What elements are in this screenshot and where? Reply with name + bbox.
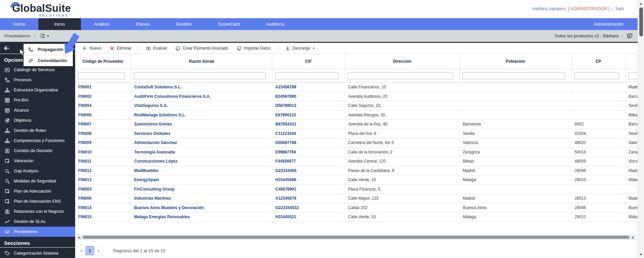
cell-codigo-de-proveedor[interactable]: FIN012	[75, 166, 131, 175]
pagination-next-button[interactable]: »	[94, 246, 102, 255]
cell-razon-social[interactable]: Industrias Martínez	[131, 194, 272, 203]
toolbar-descarga-button[interactable]: Descarga▾	[282, 46, 318, 51]
cell-cif[interactable]: B87654321	[272, 120, 345, 129]
column-header-cp[interactable]: CP	[572, 54, 625, 69]
cell-cif[interactable]: C11223344	[272, 129, 345, 138]
cell-razon-social[interactable]: EnergySpain	[131, 175, 272, 184]
filter-input-direccion[interactable]	[348, 72, 453, 79]
cell-codigo-de-proveedor[interactable]: FIN005	[75, 111, 131, 120]
sidebar-item-estructura-organizativa[interactable]: Estructura Organizativa	[0, 85, 75, 95]
column-header-cif[interactable]: CIF	[272, 54, 345, 69]
cell-codigo-de-proveedor[interactable]: FIN001	[75, 83, 131, 92]
scroll-down-icon[interactable]: ▼	[638, 253, 644, 256]
column-header-clipped[interactable]	[625, 54, 638, 69]
cell-razon-social[interactable]: Construcciones López	[131, 157, 272, 166]
table-row[interactable]: FIN013EnergySpainH33445566Calle Verde, 3…	[75, 175, 638, 185]
logout-link[interactable]: Salir	[615, 6, 624, 11]
cell-codigo-de-proveedor[interactable]: FIN008	[75, 129, 131, 138]
nav-item-auditoria[interactable]: Auditoría	[253, 18, 297, 30]
nav-item-scorecard[interactable]: ScoreCard	[205, 18, 253, 30]
cell-razon-social[interactable]: VitalSeguros S.A.	[131, 101, 272, 110]
filter-input-razon-social[interactable]	[134, 72, 266, 79]
table-row[interactable]: FIN014Buenos Aires Muebles y DecoraciónG…	[75, 203, 638, 213]
sidebar-item-comites-de-decision[interactable]: Comités de Decisión	[0, 146, 75, 156]
cell-codigo-de-proveedor[interactable]: FIN007	[75, 120, 131, 129]
cell-razon-social[interactable]: Suministros Gómez	[131, 120, 272, 129]
cell-razon-social[interactable]: FinConsulting Group	[131, 185, 272, 194]
filter-input-cp[interactable]	[574, 72, 619, 79]
cell-codigo-de-proveedor[interactable]: FIN013	[75, 175, 131, 184]
cell-cif[interactable]: E67890123	[272, 111, 345, 120]
toolbar-eliminar-button[interactable]: Eliminar	[106, 46, 135, 51]
horizontal-scroll-thumb[interactable]	[83, 236, 630, 239]
pagination-prev-button[interactable]: «	[77, 246, 86, 255]
feedback-comment-icon[interactable]	[626, 33, 633, 39]
cell-cif[interactable]: B34567890	[272, 92, 345, 101]
sidebar-item-medidas-de-seguridad[interactable]: Medidas de Seguridad	[0, 176, 75, 186]
cell-cif[interactable]: D55667788	[272, 138, 345, 147]
table-row[interactable]: FIN004VitalSeguros S.A.D56789012Calle Se…	[75, 101, 638, 111]
cell-cif[interactable]: E99887766	[272, 148, 345, 157]
vertical-scroll-thumb[interactable]	[639, 7, 643, 36]
cell-codigo-de-proveedor[interactable]: FIN011	[75, 157, 131, 166]
cell-cif[interactable]: F44556677	[272, 157, 345, 166]
column-header-direccion[interactable]: Dirección	[345, 54, 460, 69]
cell-codigo-de-proveedor[interactable]: FIN010	[75, 148, 131, 157]
table-row[interactable]: FIN002AuditFirm Consultores Financieros …	[75, 92, 638, 102]
toolbar-nuevo-button[interactable]: Nuevo	[79, 46, 105, 51]
back-arrow-icon[interactable]	[3, 45, 10, 52]
table-row[interactable]: FIN011Construcciones LópezF44556677Aveni…	[75, 157, 638, 166]
nav-item-home[interactable]: Home	[0, 18, 38, 30]
nav-item-analisis[interactable]: Análisis	[81, 18, 123, 30]
cell-codigo-de-proveedor[interactable]: FIN015	[75, 212, 131, 222]
table-row[interactable]: FIN005RiskManage Solutions S.L.E67890123…	[75, 111, 638, 120]
toolbar-crear-elemento-asociado-button[interactable]: Crear Elemento Asociado	[172, 46, 232, 51]
column-header-codigo-de-proveedor[interactable]: Código de Proveedor	[75, 54, 131, 69]
cell-cif[interactable]: H33445521	[272, 212, 345, 222]
sidebar-item-pre-bia[interactable]: Pre-BIA	[0, 95, 75, 105]
sidebar-item-gap-analysis[interactable]: Gap Analysis	[0, 166, 75, 176]
cell-razon-social[interactable]: ContaSoft Solutions S.L.	[131, 83, 272, 92]
toolbar-evaluar-button[interactable]: Evaluar	[143, 46, 171, 51]
table-row[interactable]: FIN001ContaSoft Solutions S.L.A23456789C…	[75, 83, 638, 92]
pagination-page-1-button[interactable]: 1	[86, 246, 94, 255]
table-row[interactable]: FIN003FinConsulting GroupC45678901Plaza …	[75, 185, 638, 194]
table-row[interactable]: FIN007Suministros GómezB87654321Avenida …	[75, 120, 638, 129]
nav-item-gestion[interactable]: Gestión	[163, 18, 205, 30]
cell-cif[interactable]: H33445566	[272, 175, 345, 184]
cell-cif[interactable]: A23456789	[272, 83, 345, 92]
vertical-scrollbar[interactable]: ▲ ▼	[638, 0, 644, 258]
filter-input-codigo-de-proveedor[interactable]	[78, 72, 125, 79]
sidebar-item-objetivos[interactable]: Objetivos	[0, 115, 75, 125]
sidebar-item-valoracion[interactable]: Valoración	[0, 156, 75, 166]
sidebar-item-gestion-de-slas[interactable]: Gestión de SLAs	[0, 217, 75, 227]
list-options-caret-icon[interactable]: ▼	[47, 34, 50, 38]
list-options-icon[interactable]	[39, 33, 46, 39]
sidebar-item-proveedores[interactable]: Proveedores	[0, 227, 75, 237]
table-row[interactable]: FIN008Servicios GlobalesC11223344Plaza d…	[75, 129, 638, 139]
cell-cif[interactable]: G22334455	[272, 166, 345, 175]
cell-razon-social[interactable]: Alimentación Sánchez	[131, 138, 272, 147]
cell-razon-social[interactable]: MadMuebles	[131, 166, 272, 175]
toolbar-importar-datos-button[interactable]: Importar Datos	[233, 46, 274, 51]
scroll-right-icon[interactable]: ▶	[631, 236, 636, 239]
sidebar-item-plan-de-adecuacion-ens[interactable]: Plan de Adecuación ENS	[0, 196, 75, 206]
app-logo[interactable]: GlobalSuite SOLUTIONS	[11, 2, 69, 17]
filter-input-poblacion[interactable]	[462, 72, 565, 79]
cell-razon-social[interactable]: Tecnología Avanzada	[131, 148, 272, 157]
sidebar-item-relaciones-con-el-negocio[interactable]: Relaciones con el Negocio	[0, 206, 75, 217]
column-header-poblacion[interactable]: Población	[460, 54, 572, 69]
sidebar-item-competencias-y-funciones[interactable]: Competencias y Funciones	[0, 136, 75, 146]
account-username[interactable]: barbara.zapatero	[532, 6, 566, 11]
menu-item-consolidacion[interactable]: Consolidación	[24, 55, 73, 66]
product-context-label[interactable]: Todos los productos v2 - Bárbara	[554, 33, 619, 38]
cell-cif[interactable]: G223344532	[272, 203, 345, 212]
cell-codigo-de-proveedor[interactable]: FIN006	[75, 194, 131, 203]
sidebar-item-procesos[interactable]: Procesos	[0, 75, 75, 85]
scroll-left-icon[interactable]: ◀	[76, 236, 82, 239]
table-row[interactable]: FIN010Tecnología AvanzadaE99887766Calle …	[75, 148, 638, 157]
cell-razon-social[interactable]: AuditFirm Consultores Financieros S.A.	[131, 92, 272, 101]
nav-item-inicio[interactable]: Inicio	[38, 18, 81, 30]
sidebar-item-alcance[interactable]: Alcance	[0, 105, 75, 115]
table-row[interactable]: FIN015Malaga Energías RenovablesH3344552…	[75, 212, 638, 222]
